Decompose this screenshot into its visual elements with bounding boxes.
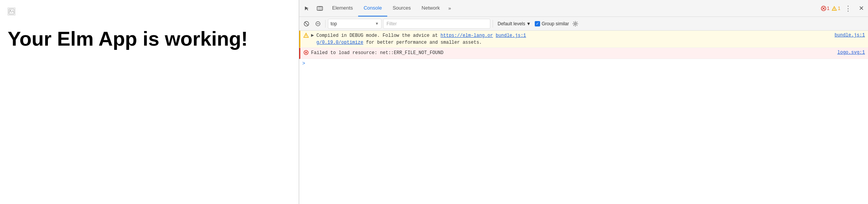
devtools-toolbar: top ▼ Default levels ▼ ✓ Group similar: [299, 17, 868, 31]
triangle-warning-icon: [303, 33, 309, 38]
context-arrow-icon: ▼: [375, 21, 379, 26]
warning-count: 1: [838, 6, 840, 11]
circle-x-icon: [303, 50, 309, 55]
warning-badge[interactable]: 1: [832, 6, 840, 11]
context-selector[interactable]: top ▼: [328, 19, 382, 29]
error-source[interactable]: logo.svg:1: [837, 50, 865, 55]
tab-elements[interactable]: Elements: [327, 0, 358, 16]
group-similar-label: Group similar: [542, 21, 569, 26]
svg-line-10: [305, 22, 308, 25]
error-icon: [821, 6, 826, 11]
elm-lang-link[interactable]: https://elm-lang.or: [441, 33, 493, 38]
broken-image-icon: [8, 8, 15, 15]
error-count: 1: [827, 6, 830, 11]
warning-icon: [832, 6, 837, 11]
topbar-right: 1 1 ⋮ ✕: [821, 3, 866, 14]
error-msg-icon: [303, 50, 309, 57]
error-msg-content: Failed to load resource: net::ERR_FILE_N…: [311, 49, 835, 56]
toolbar-divider-1: [325, 20, 326, 28]
svg-rect-2: [317, 7, 323, 10]
clear-console-button[interactable]: [301, 19, 311, 29]
gear-icon: [572, 21, 578, 27]
console-message-warning: ▶ Compiled in DEBUG mode. Follow the adv…: [299, 31, 868, 48]
toolbar-divider-2: [493, 20, 493, 28]
page-heading: Your Elm App is working!: [8, 27, 291, 51]
settings-button[interactable]: [570, 19, 580, 29]
svg-point-1: [10, 10, 11, 11]
expand-warning-icon[interactable]: ▶: [311, 33, 314, 37]
inspect-button[interactable]: [301, 2, 313, 15]
svg-point-15: [306, 36, 306, 37]
warning-msg-content: Compiled in DEBUG mode. Follow the advic…: [316, 32, 832, 46]
console-message-error: Failed to load resource: net::ERR_FILE_N…: [299, 48, 868, 59]
group-similar-checkbox[interactable]: ✓: [535, 21, 540, 26]
devtools-topbar: Elements Console Sources Network » 1: [299, 0, 868, 17]
tab-console[interactable]: Console: [358, 0, 387, 16]
error-badge[interactable]: 1: [821, 6, 830, 11]
warning-msg-icon: [303, 33, 309, 40]
stop-recording-button[interactable]: [313, 19, 323, 29]
tab-more[interactable]: »: [445, 5, 454, 11]
context-value: top: [331, 21, 337, 26]
svg-rect-3: [319, 7, 321, 10]
filter-input[interactable]: [383, 19, 490, 29]
group-similar-toggle[interactable]: ✓ Group similar: [535, 21, 569, 26]
tab-network[interactable]: Network: [416, 0, 445, 16]
default-levels-button[interactable]: Default levels ▼: [495, 19, 533, 29]
browser-page: Your Elm App is working!: [0, 0, 299, 204]
devtools-menu-button[interactable]: ⋮: [843, 3, 853, 14]
levels-label: Default levels: [498, 21, 525, 26]
optimize-link[interactable]: g/0.19.0/optimize: [316, 40, 363, 45]
tab-sources[interactable]: Sources: [387, 0, 416, 16]
warning-source[interactable]: bundle.js:1: [835, 33, 865, 38]
devtools-close-button[interactable]: ✕: [856, 3, 866, 14]
device-toggle-button[interactable]: [314, 2, 326, 15]
console-input-row: >: [299, 59, 868, 68]
console-messages: ▶ Compiled in DEBUG mode. Follow the adv…: [299, 31, 868, 204]
levels-arrow-icon: ▼: [526, 21, 531, 26]
svg-point-8: [834, 9, 835, 10]
stop-icon: [315, 21, 321, 27]
devtools-tabs: Elements Console Sources Network »: [327, 0, 820, 16]
clear-icon: [303, 21, 310, 27]
console-prompt-icon: >: [302, 61, 305, 66]
bundle-link[interactable]: bundle.js:1: [496, 33, 526, 38]
svg-point-13: [575, 23, 576, 25]
devtools-panel: Elements Console Sources Network » 1: [299, 0, 868, 204]
